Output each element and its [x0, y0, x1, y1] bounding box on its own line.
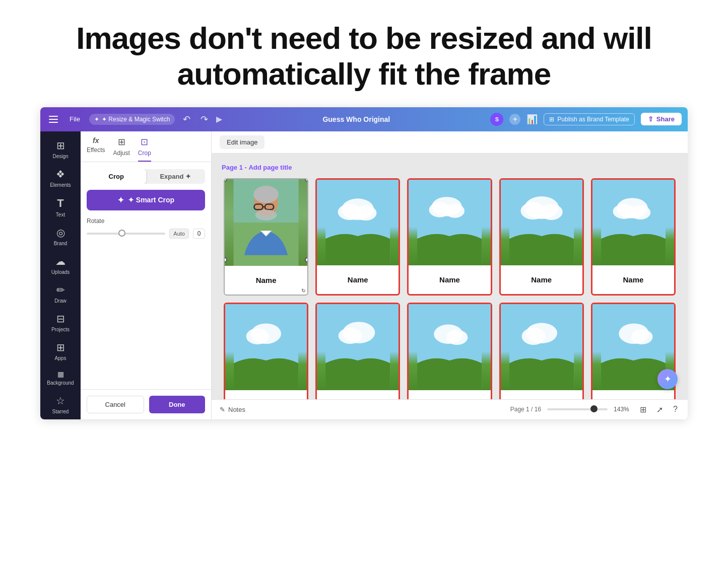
sidebar-item-brand[interactable]: ◎ Brand	[43, 223, 78, 250]
card-6[interactable]	[224, 303, 308, 399]
card-8[interactable]	[407, 303, 492, 399]
crop-handle-tr[interactable]	[305, 178, 308, 182]
done-button[interactable]: Done	[149, 396, 206, 413]
panel-tabs: fx Effects ⊞ Adjust ⊡ Crop	[81, 131, 211, 162]
card-7[interactable]	[315, 303, 400, 399]
rotate-label: Rotate	[87, 217, 205, 225]
sidebar-item-projects[interactable]: ⊟ Projects	[43, 309, 78, 336]
publish-brand-template-button[interactable]: ⊞ Publish as Brand Template	[544, 113, 635, 125]
analytics-icon[interactable]: 📊	[526, 114, 538, 125]
file-menu[interactable]: File	[67, 113, 83, 125]
smart-crop-button[interactable]: ✦ ✦ Smart Crop	[87, 190, 205, 210]
starred-icon: ☆	[56, 395, 65, 407]
projects-icon: ⊟	[56, 313, 65, 325]
card-name-6	[225, 390, 307, 399]
card-name-9	[501, 390, 582, 399]
card-image-7	[317, 304, 399, 390]
cloud-svg-5	[592, 180, 674, 266]
card-5[interactable]: Name	[591, 178, 676, 296]
svg-point-3	[253, 186, 279, 203]
main-body: ⊞ Design ❖ Elements T Text ◎ Brand ☁ Upl…	[40, 131, 688, 419]
crop-handle-br[interactable]	[305, 257, 308, 262]
brand-icon: ◎	[56, 227, 65, 239]
tab-crop[interactable]: ⊡ Crop	[138, 136, 151, 162]
svg-point-21	[540, 204, 562, 220]
publish-icon: ⊞	[549, 116, 554, 123]
document-title[interactable]: Guess Who Original	[228, 115, 484, 123]
sidebar: ⊞ Design ❖ Elements T Text ◎ Brand ☁ Upl…	[40, 131, 81, 419]
magic-button[interactable]: ✦	[657, 369, 678, 389]
cloud-svg-9	[501, 304, 582, 390]
cards-grid-row2	[222, 303, 678, 399]
card-name-5: Name	[592, 265, 674, 294]
card-name-2: Name	[317, 265, 399, 294]
card-name-7	[317, 390, 399, 399]
card-image-6	[225, 304, 307, 390]
sidebar-item-draw[interactable]: ✏ Draw	[43, 280, 78, 308]
sidebar-item-elements[interactable]: ❖ Elements	[43, 164, 78, 192]
share-button[interactable]: ⇧ Share	[641, 113, 682, 125]
zoom-thumb	[590, 405, 598, 412]
adjust-icon: ⊞	[118, 136, 125, 148]
background-icon: ▦	[57, 370, 64, 378]
edit-image-button[interactable]: Edit image	[220, 135, 264, 149]
apps-icon: ⊞	[56, 341, 65, 353]
cloud-svg-6	[225, 304, 307, 390]
card-name-1: Name ↻	[225, 266, 307, 295]
card-1[interactable]: Name ↻	[224, 178, 308, 296]
add-collaborator-button[interactable]: +	[509, 114, 520, 125]
card-image-8	[409, 304, 490, 390]
card-name-3: Name	[409, 265, 490, 294]
card-name-10	[592, 390, 674, 399]
link-icon[interactable]: ▶	[216, 114, 222, 124]
resize-magic-switch-button[interactable]: ✦ ✦ Resize & Magic Switch	[89, 114, 175, 125]
canvas-area: Edit image Page 1 - Add page title	[212, 131, 688, 419]
sidebar-item-background[interactable]: ▦ Background	[43, 366, 78, 390]
redo-button[interactable]: ↷	[198, 113, 210, 126]
crop-toggle-crop-button[interactable]: Crop	[87, 169, 146, 184]
sidebar-item-apps[interactable]: ⊞ Apps	[43, 337, 78, 365]
help-icon[interactable]: ?	[671, 404, 680, 415]
swap-icon[interactable]: ↻	[301, 288, 305, 294]
page-info: Page 1 / 16	[510, 406, 541, 413]
undo-button[interactable]: ↶	[181, 113, 192, 126]
rotate-auto-label: Auto	[169, 229, 189, 239]
svg-point-34	[339, 328, 362, 344]
card-4[interactable]: Name	[499, 178, 584, 296]
sidebar-item-uploads[interactable]: ☁ Uploads	[43, 251, 78, 279]
cloud-svg-7	[317, 304, 399, 390]
elements-icon: ❖	[56, 168, 65, 180]
rotate-row: Auto 0	[87, 229, 205, 239]
sidebar-item-starred[interactable]: ☆ Starred	[43, 391, 78, 418]
zoom-level[interactable]: 143%	[614, 406, 632, 413]
grid-view-icon[interactable]: ⊞	[638, 404, 648, 415]
expand-icon[interactable]: ➚	[654, 404, 665, 415]
design-icon: ⊞	[56, 139, 65, 152]
canvas-scroll[interactable]: Page 1 - Add page title	[212, 154, 688, 399]
cloud-svg-4	[501, 180, 582, 266]
svg-point-46	[631, 329, 653, 344]
cancel-button[interactable]: Cancel	[87, 396, 144, 413]
card-3[interactable]: Name	[407, 178, 492, 296]
heading-area: Images don't need to be resized and will…	[0, 0, 728, 107]
sidebar-item-text[interactable]: T Text	[43, 193, 78, 222]
rotate-value-input[interactable]: 0	[193, 229, 205, 239]
sidebar-item-design[interactable]: ⊞ Design	[43, 135, 78, 163]
tab-effects[interactable]: fx Effects	[87, 136, 105, 162]
zoom-slider[interactable]	[547, 408, 608, 410]
notes-button[interactable]: ✎ Notes	[220, 406, 245, 413]
card-image-4	[501, 180, 582, 266]
app-container: File ✦ ✦ Resize & Magic Switch ↶ ↷ ▶ Gue…	[40, 107, 688, 419]
crop-icon: ⊡	[141, 136, 148, 148]
hamburger-menu[interactable]	[46, 112, 60, 126]
canvas-toolbar: Edit image	[212, 131, 688, 154]
page-label: Page 1 - Add page title	[222, 164, 678, 171]
crop-toggle-expand-button[interactable]: Expand ✦	[146, 169, 206, 184]
person-svg	[225, 179, 307, 266]
rotate-slider[interactable]	[87, 233, 165, 235]
share-icon: ⇧	[648, 115, 653, 123]
card-9[interactable]	[499, 303, 584, 399]
tab-adjust[interactable]: ⊞ Adjust	[113, 136, 129, 162]
rotate-slider-thumb	[118, 230, 125, 237]
card-2[interactable]: Name	[315, 178, 400, 296]
